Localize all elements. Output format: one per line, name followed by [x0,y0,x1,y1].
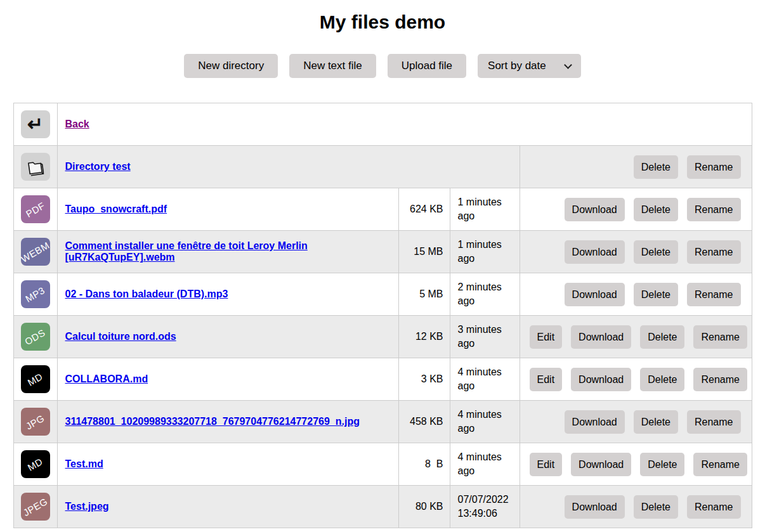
file-row: MDTest.md8 B4 minutes agoEditDownloadDel… [13,443,752,486]
file-type-label: MD [26,371,45,388]
file-name-cell: Calcul toiture nord.ods [57,316,398,358]
modified-date: 4 minutes ago [450,443,520,486]
rename-button[interactable]: Rename [687,198,740,221]
edit-button[interactable]: Edit [530,325,563,349]
file-link[interactable]: Test.jpeg [65,501,109,512]
modified-date: 4 minutes ago [450,401,520,443]
file-link[interactable]: 02 - Dans ton baladeur (DTB).mp3 [65,289,228,299]
row-actions-cell: DownloadDeleteRename [520,401,752,443]
row-actions-cell: EditDownloadDeleteRename [520,443,752,486]
jpg-file-icon: JPG [21,408,50,436]
directory-row: Directory testDeleteRename [13,146,752,188]
new-directory-button[interactable]: New directory [184,54,278,78]
download-button[interactable]: Download [565,240,625,264]
modified-date: 4 minutes ago [450,358,520,401]
edit-button[interactable]: Edit [530,453,563,476]
download-button[interactable]: Download [571,368,631,391]
file-row: MDCOLLABORA.md3 KB4 minutes agoEditDownl… [13,358,752,401]
file-type-label: JPG [24,412,46,431]
rename-button[interactable]: Rename [687,240,740,264]
file-size: 15 MB [398,231,450,273]
modified-date: 2 minutes ago [450,273,520,316]
download-button[interactable]: Download [565,198,625,221]
rename-button[interactable]: Rename [687,495,740,519]
file-link[interactable]: Calcul toiture nord.ods [65,331,176,342]
file-type-label: MD [26,456,45,473]
file-link[interactable]: 311478801_10209989333207718_767970477621… [65,416,360,427]
rename-button[interactable]: Rename [693,453,747,476]
file-link[interactable]: Taupo_snowcraft.pdf [65,204,167,214]
file-icon-cell: JPEG [13,486,57,528]
file-size: 5 MB [398,273,450,316]
delete-button[interactable]: Delete [640,368,684,391]
modified-date: 3 minutes ago [450,316,520,358]
row-actions-cell: EditDownloadDeleteRename [520,316,752,358]
delete-button[interactable]: Delete [634,283,678,306]
file-icon-cell: JPG [13,401,57,443]
file-name-cell: 02 - Dans ton baladeur (DTB).mp3 [57,273,398,316]
jpeg-file-icon: JPEG [21,493,50,521]
delete-button[interactable]: Delete [634,410,678,434]
md-file-icon: MD [21,450,50,478]
rename-button[interactable]: Rename [687,283,740,306]
folder-icon-graphic [25,157,46,177]
upload-file-button[interactable]: Upload file [388,54,466,78]
row-actions-cell: DownloadDeleteRename [520,486,752,528]
file-size: 3 KB [398,358,450,401]
chevron-down-icon [564,61,572,69]
return-arrow-icon: ↵ [27,115,43,134]
file-name-cell: Test.md [57,443,398,486]
modified-date: 07/07/2022 13:49:06 [450,486,520,528]
edit-button[interactable]: Edit [530,368,563,391]
sort-select[interactable]: Sort by date [478,54,581,78]
new-text-file-button[interactable]: New text file [289,54,376,78]
download-button[interactable]: Download [571,325,631,349]
sort-select-value: Sort by date [488,60,546,72]
file-name-cell: Directory test [57,146,520,188]
file-type-label: MP3 [23,285,47,304]
file-link[interactable]: Test.md [65,458,103,469]
file-icon-cell [13,146,57,188]
back-icon-cell: ↵ [13,103,57,146]
file-link[interactable]: Comment installer une fenêtre de toit Le… [65,240,308,263]
back-link-cell: Back [57,103,752,146]
md-file-icon: MD [21,365,50,393]
row-actions-cell: EditDownloadDeleteRename [520,358,752,401]
file-type-label: JPEG [21,495,49,517]
row-actions-cell: DeleteRename [520,146,752,188]
download-button[interactable]: Download [565,410,625,434]
modified-date: 1 minutes ago [450,188,520,231]
file-name-cell: Comment installer une fenêtre de toit Le… [57,231,398,273]
file-name-cell: Test.jpeg [57,486,398,528]
file-link[interactable]: COLLABORA.md [65,373,148,384]
row-actions-cell: DownloadDeleteRename [520,273,752,316]
rename-button[interactable]: Rename [693,368,747,391]
rename-button[interactable]: Rename [687,410,740,434]
file-size: 12 KB [398,316,450,358]
folder-icon [21,153,50,181]
delete-button[interactable]: Delete [634,198,678,221]
delete-button[interactable]: Delete [640,325,684,349]
file-icon-cell: ODS [13,316,57,358]
ods-file-icon: ODS [21,323,50,351]
file-name-cell: Taupo_snowcraft.pdf [57,188,398,231]
delete-button[interactable]: Delete [634,495,678,519]
rename-button[interactable]: Rename [687,155,740,179]
download-button[interactable]: Download [571,453,631,476]
webm-file-icon: WEBM [21,238,50,266]
download-button[interactable]: Download [565,283,625,306]
back-link[interactable]: Back [65,119,89,129]
file-row: JPEGTest.jpeg80 KB07/07/2022 13:49:06Dow… [13,486,752,528]
file-size: 458 KB [398,401,450,443]
file-row: ODSCalcul toiture nord.ods12 KB3 minutes… [13,316,752,358]
download-button[interactable]: Download [565,495,625,519]
file-type-label: ODS [23,327,48,347]
file-row: PDFTaupo_snowcraft.pdf624 KB1 minutes ag… [13,188,752,231]
directory-link[interactable]: Directory test [65,161,131,172]
my-files-app: My files demo New directory New text fil… [0,11,765,532]
delete-button[interactable]: Delete [634,155,678,179]
rename-button[interactable]: Rename [693,325,747,349]
delete-button[interactable]: Delete [634,240,678,264]
delete-button[interactable]: Delete [640,453,684,476]
file-size: 8 B [398,443,450,486]
